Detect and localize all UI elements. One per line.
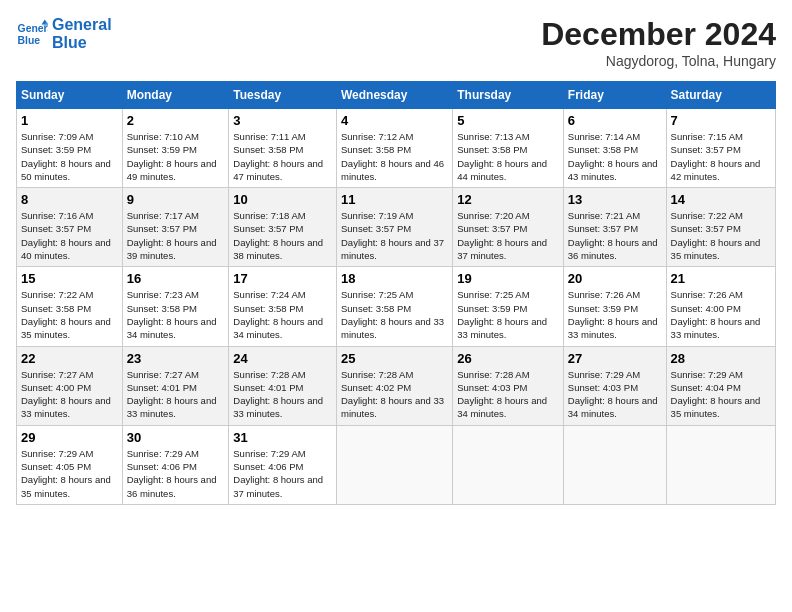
day-info: Sunrise: 7:25 AMSunset: 3:58 PMDaylight:… <box>341 288 448 341</box>
day-cell <box>337 425 453 504</box>
day-number: 14 <box>671 192 771 207</box>
day-number: 22 <box>21 351 118 366</box>
day-cell: 14Sunrise: 7:22 AMSunset: 3:57 PMDayligh… <box>666 188 775 267</box>
page-subtitle: Nagydorog, Tolna, Hungary <box>541 53 776 69</box>
day-number: 15 <box>21 271 118 286</box>
day-cell: 30Sunrise: 7:29 AMSunset: 4:06 PMDayligh… <box>122 425 229 504</box>
day-cell: 28Sunrise: 7:29 AMSunset: 4:04 PMDayligh… <box>666 346 775 425</box>
day-number: 20 <box>568 271 662 286</box>
col-header-thursday: Thursday <box>453 82 564 109</box>
day-number: 13 <box>568 192 662 207</box>
day-number: 28 <box>671 351 771 366</box>
logo-line1: General <box>52 16 112 34</box>
day-cell: 4Sunrise: 7:12 AMSunset: 3:58 PMDaylight… <box>337 109 453 188</box>
day-info: Sunrise: 7:21 AMSunset: 3:57 PMDaylight:… <box>568 209 662 262</box>
day-number: 30 <box>127 430 225 445</box>
day-info: Sunrise: 7:22 AMSunset: 3:58 PMDaylight:… <box>21 288 118 341</box>
day-cell: 20Sunrise: 7:26 AMSunset: 3:59 PMDayligh… <box>563 267 666 346</box>
page-header: General Blue General Blue December 2024 … <box>16 16 776 69</box>
day-info: Sunrise: 7:24 AMSunset: 3:58 PMDaylight:… <box>233 288 332 341</box>
day-cell: 25Sunrise: 7:28 AMSunset: 4:02 PMDayligh… <box>337 346 453 425</box>
day-number: 26 <box>457 351 559 366</box>
day-cell: 24Sunrise: 7:28 AMSunset: 4:01 PMDayligh… <box>229 346 337 425</box>
day-cell: 10Sunrise: 7:18 AMSunset: 3:57 PMDayligh… <box>229 188 337 267</box>
day-number: 4 <box>341 113 448 128</box>
page-title: December 2024 <box>541 16 776 53</box>
day-cell: 13Sunrise: 7:21 AMSunset: 3:57 PMDayligh… <box>563 188 666 267</box>
col-header-sunday: Sunday <box>17 82 123 109</box>
day-info: Sunrise: 7:29 AMSunset: 4:06 PMDaylight:… <box>127 447 225 500</box>
logo-line2: Blue <box>52 34 112 52</box>
day-number: 3 <box>233 113 332 128</box>
day-cell: 18Sunrise: 7:25 AMSunset: 3:58 PMDayligh… <box>337 267 453 346</box>
day-cell: 12Sunrise: 7:20 AMSunset: 3:57 PMDayligh… <box>453 188 564 267</box>
day-cell: 8Sunrise: 7:16 AMSunset: 3:57 PMDaylight… <box>17 188 123 267</box>
week-row-4: 22Sunrise: 7:27 AMSunset: 4:00 PMDayligh… <box>17 346 776 425</box>
day-cell <box>453 425 564 504</box>
day-cell: 5Sunrise: 7:13 AMSunset: 3:58 PMDaylight… <box>453 109 564 188</box>
day-info: Sunrise: 7:25 AMSunset: 3:59 PMDaylight:… <box>457 288 559 341</box>
day-info: Sunrise: 7:10 AMSunset: 3:59 PMDaylight:… <box>127 130 225 183</box>
day-cell: 21Sunrise: 7:26 AMSunset: 4:00 PMDayligh… <box>666 267 775 346</box>
day-number: 24 <box>233 351 332 366</box>
day-number: 2 <box>127 113 225 128</box>
day-info: Sunrise: 7:13 AMSunset: 3:58 PMDaylight:… <box>457 130 559 183</box>
day-info: Sunrise: 7:20 AMSunset: 3:57 PMDaylight:… <box>457 209 559 262</box>
day-cell <box>666 425 775 504</box>
day-info: Sunrise: 7:28 AMSunset: 4:03 PMDaylight:… <box>457 368 559 421</box>
day-info: Sunrise: 7:17 AMSunset: 3:57 PMDaylight:… <box>127 209 225 262</box>
week-row-5: 29Sunrise: 7:29 AMSunset: 4:05 PMDayligh… <box>17 425 776 504</box>
col-header-friday: Friday <box>563 82 666 109</box>
day-info: Sunrise: 7:14 AMSunset: 3:58 PMDaylight:… <box>568 130 662 183</box>
svg-text:Blue: Blue <box>18 34 41 45</box>
day-number: 16 <box>127 271 225 286</box>
day-cell: 3Sunrise: 7:11 AMSunset: 3:58 PMDaylight… <box>229 109 337 188</box>
day-info: Sunrise: 7:19 AMSunset: 3:57 PMDaylight:… <box>341 209 448 262</box>
day-number: 27 <box>568 351 662 366</box>
day-cell <box>563 425 666 504</box>
day-info: Sunrise: 7:11 AMSunset: 3:58 PMDaylight:… <box>233 130 332 183</box>
day-number: 19 <box>457 271 559 286</box>
day-number: 18 <box>341 271 448 286</box>
day-number: 17 <box>233 271 332 286</box>
day-cell: 22Sunrise: 7:27 AMSunset: 4:00 PMDayligh… <box>17 346 123 425</box>
day-cell: 7Sunrise: 7:15 AMSunset: 3:57 PMDaylight… <box>666 109 775 188</box>
day-info: Sunrise: 7:29 AMSunset: 4:03 PMDaylight:… <box>568 368 662 421</box>
col-header-wednesday: Wednesday <box>337 82 453 109</box>
day-number: 6 <box>568 113 662 128</box>
week-row-2: 8Sunrise: 7:16 AMSunset: 3:57 PMDaylight… <box>17 188 776 267</box>
day-number: 9 <box>127 192 225 207</box>
col-header-saturday: Saturday <box>666 82 775 109</box>
day-info: Sunrise: 7:29 AMSunset: 4:05 PMDaylight:… <box>21 447 118 500</box>
day-info: Sunrise: 7:22 AMSunset: 3:57 PMDaylight:… <box>671 209 771 262</box>
day-number: 1 <box>21 113 118 128</box>
day-number: 7 <box>671 113 771 128</box>
day-cell: 11Sunrise: 7:19 AMSunset: 3:57 PMDayligh… <box>337 188 453 267</box>
day-info: Sunrise: 7:29 AMSunset: 4:06 PMDaylight:… <box>233 447 332 500</box>
day-info: Sunrise: 7:18 AMSunset: 3:57 PMDaylight:… <box>233 209 332 262</box>
calendar-table: SundayMondayTuesdayWednesdayThursdayFrid… <box>16 81 776 505</box>
day-cell: 31Sunrise: 7:29 AMSunset: 4:06 PMDayligh… <box>229 425 337 504</box>
day-cell: 6Sunrise: 7:14 AMSunset: 3:58 PMDaylight… <box>563 109 666 188</box>
day-number: 29 <box>21 430 118 445</box>
col-header-tuesday: Tuesday <box>229 82 337 109</box>
day-info: Sunrise: 7:29 AMSunset: 4:04 PMDaylight:… <box>671 368 771 421</box>
day-number: 5 <box>457 113 559 128</box>
day-cell: 17Sunrise: 7:24 AMSunset: 3:58 PMDayligh… <box>229 267 337 346</box>
day-info: Sunrise: 7:09 AMSunset: 3:59 PMDaylight:… <box>21 130 118 183</box>
logo-icon: General Blue <box>16 18 48 50</box>
day-cell: 19Sunrise: 7:25 AMSunset: 3:59 PMDayligh… <box>453 267 564 346</box>
day-info: Sunrise: 7:16 AMSunset: 3:57 PMDaylight:… <box>21 209 118 262</box>
day-number: 10 <box>233 192 332 207</box>
day-number: 25 <box>341 351 448 366</box>
day-number: 21 <box>671 271 771 286</box>
day-number: 12 <box>457 192 559 207</box>
day-cell: 9Sunrise: 7:17 AMSunset: 3:57 PMDaylight… <box>122 188 229 267</box>
logo: General Blue General Blue <box>16 16 112 51</box>
day-info: Sunrise: 7:28 AMSunset: 4:02 PMDaylight:… <box>341 368 448 421</box>
day-cell: 29Sunrise: 7:29 AMSunset: 4:05 PMDayligh… <box>17 425 123 504</box>
day-info: Sunrise: 7:27 AMSunset: 4:00 PMDaylight:… <box>21 368 118 421</box>
day-number: 31 <box>233 430 332 445</box>
day-info: Sunrise: 7:26 AMSunset: 3:59 PMDaylight:… <box>568 288 662 341</box>
col-header-monday: Monday <box>122 82 229 109</box>
